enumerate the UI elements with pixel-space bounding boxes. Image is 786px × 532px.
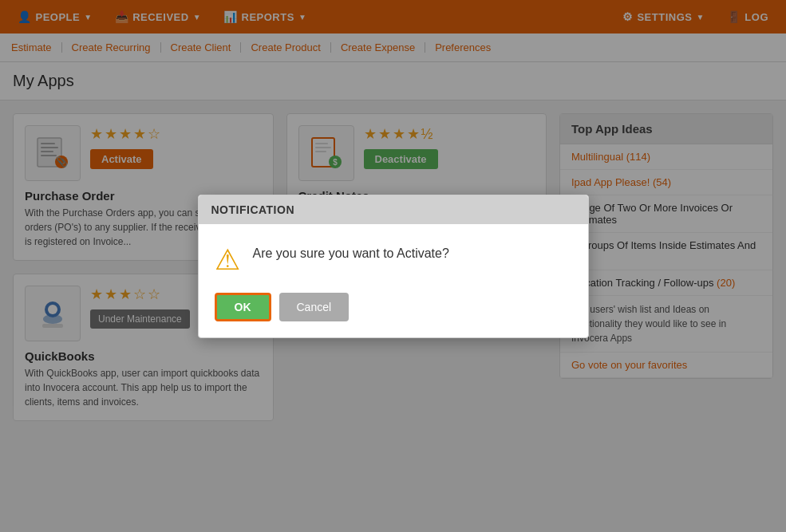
modal-message: Are you sure you want to Activate? (253, 243, 449, 261)
modal-cancel-button[interactable]: Cancel (279, 293, 350, 321)
modal-ok-button[interactable]: OK (215, 293, 271, 321)
modal-overlay: NOTIFICATION ⚠ Are you sure you want to … (0, 0, 786, 532)
notification-modal: NOTIFICATION ⚠ Are you sure you want to … (198, 195, 589, 338)
warning-icon: ⚠ (215, 243, 240, 277)
modal-footer: OK Cancel (199, 293, 588, 337)
modal-header: NOTIFICATION (199, 195, 588, 224)
modal-body: ⚠ Are you sure you want to Activate? (199, 224, 588, 293)
